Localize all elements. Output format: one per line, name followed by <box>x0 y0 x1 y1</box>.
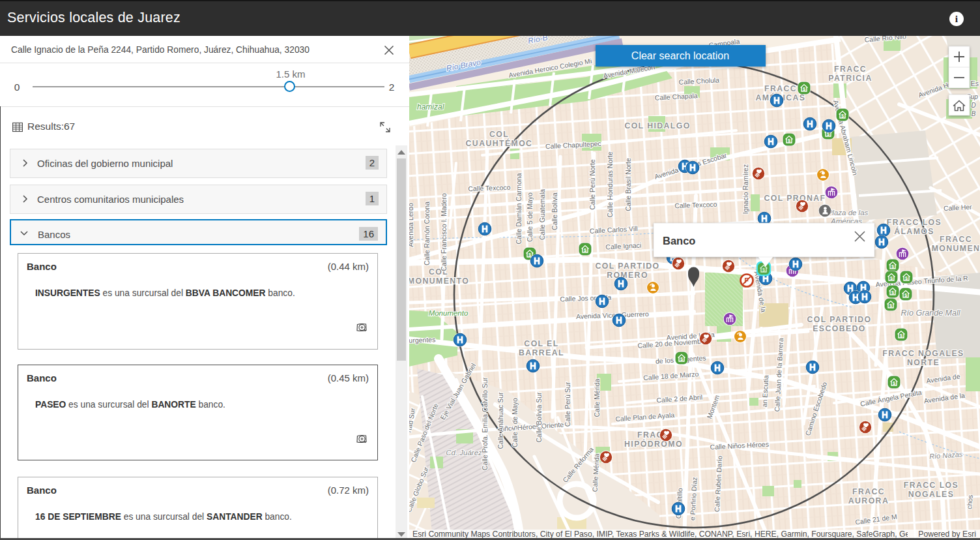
svg-text:COL HIDALGO: COL HIDALGO <box>624 121 690 130</box>
svg-text:Calle Mérida: Calle Mérida <box>593 378 601 417</box>
svg-text:Calle Honduras Norte: Calle Honduras Norte <box>606 151 614 217</box>
svg-text:Calle 5 de Mayo: Calle 5 de Mayo <box>526 192 534 242</box>
svg-text:Calle Her: Calle Her <box>944 203 973 212</box>
svg-text:Banco: Banco <box>663 235 695 247</box>
svg-text:B: B <box>972 110 976 117</box>
svg-text:Calle Guatemala: Calle Guatemala <box>538 189 546 240</box>
svg-text:NOGALES: NOGALES <box>908 490 955 499</box>
svg-text:Calle Francisco I. Madero: Calle Francisco I. Madero <box>440 193 448 271</box>
svg-text:Calle Brasil Norte: Calle Brasil Norte <box>624 158 632 211</box>
svg-text:ESCOBEDO: ESCOBEDO <box>813 324 866 333</box>
svg-text:Calle Bolivia Sur: Calle Bolivia Sur <box>535 392 543 443</box>
svg-text:Calle Perú Sur: Calle Perú Sur <box>564 382 571 427</box>
svg-text:Calle Anáhuac Sur: Calle Anáhuac Sur <box>497 392 504 449</box>
svg-text:Calle Ramón Corona: Calle Ramón Corona <box>423 202 431 265</box>
svg-text:Clear search location: Clear search location <box>631 50 729 61</box>
svg-text:FRACC: FRACC <box>764 84 797 93</box>
svg-text:Calle 5 de Mayo: Calle 5 de Mayo <box>511 398 519 447</box>
svg-text:ROMERO: ROMERO <box>607 271 648 280</box>
svg-text:COL: COL <box>489 130 509 139</box>
svg-text:FRACC LOS: FRACC LOS <box>887 218 942 227</box>
svg-text:NORTE: NORTE <box>907 358 940 367</box>
svg-text:COL PARTIDO: COL PARTIDO <box>807 315 872 324</box>
svg-text:MONUMENTO: MONUMENTO <box>409 277 469 286</box>
svg-text:Es: Es <box>971 80 979 87</box>
svg-text:COL PRONAF: COL PRONAF <box>764 194 826 203</box>
svg-text:Avenida Lerdo: Avenida Lerdo <box>409 203 414 247</box>
svg-text:ÁLAMOS: ÁLAMOS <box>894 226 934 236</box>
svg-text:Plaza de las: Plaza de las <box>828 209 869 217</box>
svg-text:Monumento: Monumento <box>429 309 468 317</box>
svg-text:COL EL: COL EL <box>524 339 558 348</box>
svg-text:an Escutia: an Escutia <box>760 375 770 408</box>
svg-text:chos: chos <box>965 494 974 509</box>
svg-text:FRACC: FRACC <box>852 487 885 496</box>
svg-text:Calle Texcoco: Calle Texcoco <box>674 200 717 209</box>
svg-text:Calle Damián Carmona: Calle Damián Carmona <box>515 173 523 244</box>
svg-text:Ignacio Ramírez: Ignacio Ramírez <box>742 164 749 214</box>
svg-text:COL PARTIDO: COL PARTIDO <box>596 262 660 271</box>
svg-text:Calle Bolivia: Calle Bolivia <box>551 192 558 230</box>
svg-text:AURORA: AURORA <box>848 496 889 505</box>
svg-text:FRACC: FRACC <box>834 65 867 74</box>
svg-text:Río Grande Mall: Río Grande Mall <box>901 308 960 318</box>
svg-text:urgentes: urgentes <box>409 335 435 344</box>
svg-text:D: D <box>971 102 975 109</box>
svg-text:Calle Perú Norte: Calle Perú Norte <box>588 159 596 210</box>
svg-text:hamizal: hamizal <box>417 102 444 112</box>
svg-text:Cd. Juárez: Cd. Juárez <box>446 449 482 457</box>
svg-text:CUAUHTÉMOC: CUAUHTÉMOC <box>466 138 533 148</box>
svg-text:HIPÓDROMO: HIPÓDROMO <box>624 439 683 449</box>
svg-text:FRACC LOS: FRACC LOS <box>904 481 958 490</box>
svg-text:Calle Profa. Emilia Calvillo S: Calle Profa. Emilia Calvillo Sur <box>481 377 489 470</box>
svg-text:FRACC: FRACC <box>940 235 972 244</box>
svg-text:BARREAL: BARREAL <box>519 348 564 357</box>
svg-text:MONUMEN: MONUMEN <box>932 244 980 253</box>
svg-text:FRACC NOGALES: FRACC NOGALES <box>882 349 964 358</box>
svg-text:Calle Texcoco: Calle Texcoco <box>468 183 511 192</box>
svg-text:PATRICIA: PATRICIA <box>828 74 872 83</box>
